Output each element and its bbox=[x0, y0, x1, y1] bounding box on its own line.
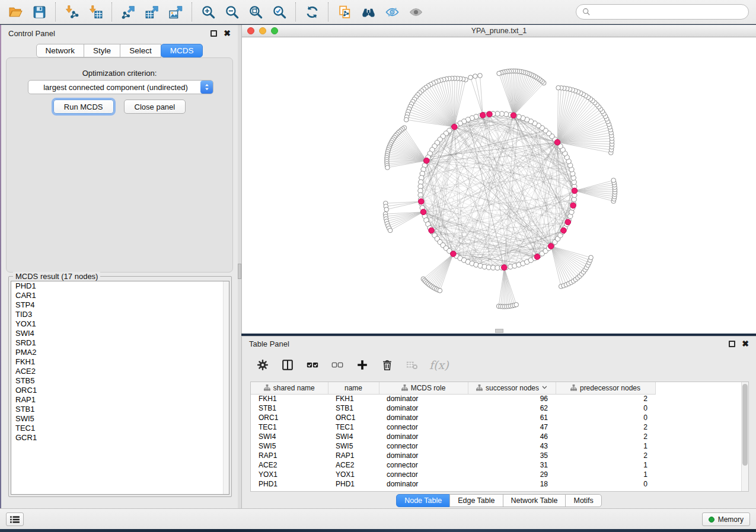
cell-name[interactable]: ACE2 bbox=[328, 460, 379, 470]
zoom-out-button[interactable] bbox=[222, 2, 241, 21]
column-header-predecessor-nodes[interactable]: predecessor nodes bbox=[556, 382, 655, 394]
cell-mcds-role[interactable]: dominator bbox=[379, 413, 468, 422]
import-table-button[interactable] bbox=[86, 2, 105, 21]
network-hub-node[interactable] bbox=[565, 219, 571, 225]
network-node[interactable] bbox=[468, 75, 473, 80]
cell-name[interactable]: SWI5 bbox=[328, 441, 379, 451]
network-hub-node[interactable] bbox=[572, 188, 578, 194]
network-hub-node[interactable] bbox=[487, 111, 493, 117]
network-canvas[interactable] bbox=[242, 37, 756, 334]
network-node[interactable] bbox=[404, 117, 409, 122]
cell-mcds-role[interactable]: connector bbox=[379, 470, 468, 479]
cell-mcds-role[interactable]: dominator bbox=[379, 479, 468, 489]
mcds-result-item[interactable]: TID3 bbox=[11, 310, 229, 319]
cell-predecessor-nodes[interactable]: 0 bbox=[556, 413, 655, 422]
cell-predecessor-nodes[interactable]: 1 bbox=[556, 460, 655, 470]
tab-network-table[interactable]: Network Table bbox=[503, 494, 566, 507]
cell-successor-nodes[interactable]: 35 bbox=[468, 451, 556, 460]
network-graph[interactable] bbox=[242, 37, 755, 332]
task-history-button[interactable] bbox=[6, 512, 24, 526]
close-icon[interactable]: ✖ bbox=[224, 30, 231, 37]
table-row[interactable]: TEC1TEC1connector472 bbox=[251, 422, 748, 432]
cell-successor-nodes[interactable]: 29 bbox=[468, 470, 556, 479]
cell-successor-nodes[interactable]: 43 bbox=[468, 441, 556, 451]
table-row[interactable]: STB1STB1dominator620 bbox=[251, 403, 748, 413]
show-all-button[interactable] bbox=[406, 2, 425, 21]
network-hub-node[interactable] bbox=[570, 203, 576, 209]
first-neighbors-button[interactable] bbox=[359, 2, 378, 21]
table-row[interactable]: FKH1FKH1dominator962 bbox=[251, 394, 748, 403]
mcds-result-item[interactable]: ACE2 bbox=[11, 367, 229, 376]
run-mcds-button[interactable]: Run MCDS bbox=[53, 100, 114, 114]
cell-name[interactable]: FKH1 bbox=[328, 394, 379, 403]
table-row[interactable]: SWI5SWI5connector431 bbox=[251, 441, 748, 451]
cell-name[interactable]: SWI4 bbox=[328, 432, 379, 441]
network-hub-node[interactable] bbox=[419, 198, 425, 204]
cell-successor-nodes[interactable]: 96 bbox=[468, 394, 556, 403]
mcds-result-item[interactable]: STB5 bbox=[11, 376, 229, 386]
mcds-result-item[interactable]: TEC1 bbox=[11, 424, 229, 433]
cell-predecessor-nodes[interactable]: 2 bbox=[556, 422, 655, 432]
refresh-button[interactable] bbox=[302, 2, 321, 21]
network-hub-node[interactable] bbox=[534, 254, 540, 260]
cell-shared-name[interactable]: PHD1 bbox=[251, 479, 328, 489]
cell-mcds-role[interactable]: dominator bbox=[379, 451, 468, 460]
cell-shared-name[interactable]: ACE2 bbox=[251, 460, 328, 470]
export-image-button[interactable] bbox=[166, 2, 185, 21]
tab-node-table[interactable]: Node Table bbox=[396, 494, 450, 507]
mcds-result-list[interactable]: PHD1CAR1STP4TID3YOX1SWI4SRD1PMA2FKH1ACE2… bbox=[11, 281, 229, 495]
network-node[interactable] bbox=[438, 289, 442, 293]
cell-shared-name[interactable]: YOX1 bbox=[251, 470, 328, 479]
cell-name[interactable]: YOX1 bbox=[328, 470, 379, 479]
cell-predecessor-nodes[interactable]: 2 bbox=[556, 394, 655, 403]
mcds-result-item[interactable]: GCR1 bbox=[11, 433, 229, 443]
mcds-result-item[interactable]: CAR1 bbox=[11, 291, 229, 300]
zoom-in-button[interactable] bbox=[199, 2, 218, 21]
zoom-selected-button[interactable] bbox=[270, 2, 289, 21]
table-row[interactable]: PHD1PHD1dominator180 bbox=[251, 479, 748, 489]
network-node[interactable] bbox=[497, 71, 502, 76]
hide-selected-button[interactable] bbox=[382, 2, 401, 21]
cell-mcds-role[interactable]: connector bbox=[379, 422, 468, 432]
cell-name[interactable]: PHD1 bbox=[328, 479, 379, 489]
select-all-button[interactable] bbox=[304, 356, 321, 374]
network-hub-node[interactable] bbox=[511, 113, 516, 118]
cell-shared-name[interactable]: RAP1 bbox=[251, 451, 328, 460]
table-row[interactable]: SWI4SWI4dominator462 bbox=[251, 432, 748, 441]
network-hub-node[interactable] bbox=[429, 227, 435, 233]
cell-mcds-role[interactable]: dominator bbox=[379, 394, 468, 403]
mcds-result-item[interactable]: SWI5 bbox=[11, 414, 229, 424]
column-header-successor-nodes[interactable]: successor nodes bbox=[468, 382, 556, 394]
table-row[interactable]: YOX1YOX1connector291 bbox=[251, 470, 748, 479]
cell-predecessor-nodes[interactable]: 2 bbox=[556, 451, 655, 460]
tab-motifs[interactable]: Motifs bbox=[565, 494, 601, 507]
import-network-button[interactable] bbox=[62, 2, 81, 21]
search-input[interactable] bbox=[594, 8, 742, 16]
cell-name[interactable]: TEC1 bbox=[328, 422, 379, 432]
mcds-result-item[interactable]: YOX1 bbox=[11, 319, 229, 329]
export-network-button[interactable] bbox=[119, 2, 138, 21]
export-table-button[interactable] bbox=[142, 2, 161, 21]
network-node[interactable] bbox=[388, 228, 393, 233]
network-node[interactable] bbox=[514, 303, 519, 307]
cell-successor-nodes[interactable]: 31 bbox=[468, 460, 556, 470]
cell-shared-name[interactable]: STB1 bbox=[251, 403, 328, 413]
cell-shared-name[interactable]: SWI5 bbox=[251, 441, 328, 451]
cell-successor-nodes[interactable]: 46 bbox=[468, 432, 556, 441]
cell-predecessor-nodes[interactable]: 0 bbox=[556, 403, 655, 413]
table-options-button[interactable] bbox=[254, 356, 272, 374]
float-window-icon[interactable] bbox=[210, 30, 217, 37]
network-hub-node[interactable] bbox=[480, 113, 486, 118]
cell-shared-name[interactable]: SWI4 bbox=[251, 432, 328, 441]
close-icon[interactable]: ✖ bbox=[742, 341, 749, 347]
tab-select[interactable]: Select bbox=[120, 44, 161, 57]
cell-mcds-role[interactable]: connector bbox=[379, 460, 468, 470]
duplicate-network-button[interactable] bbox=[335, 2, 354, 21]
column-header-MCDS-role[interactable]: MCDS role bbox=[379, 382, 468, 394]
table-scrollbar[interactable] bbox=[741, 382, 748, 491]
memory-button[interactable]: Memory bbox=[702, 512, 750, 526]
cell-shared-name[interactable]: ORC1 bbox=[251, 413, 328, 422]
mcds-result-item[interactable]: RAP1 bbox=[11, 395, 229, 405]
table-scrollbar-thumb[interactable] bbox=[742, 384, 748, 466]
network-node[interactable] bbox=[589, 255, 594, 260]
